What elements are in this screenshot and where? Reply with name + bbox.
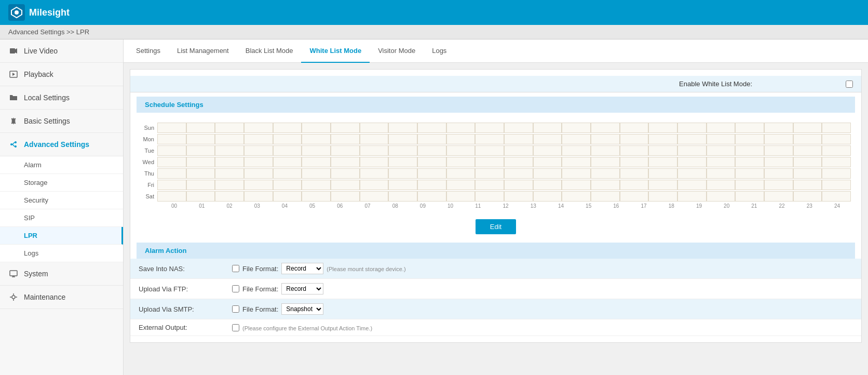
- grid-cell[interactable]: [620, 191, 649, 202]
- grid-cell[interactable]: [707, 191, 736, 202]
- grid-cell[interactable]: [822, 168, 851, 179]
- grid-cell[interactable]: [417, 157, 446, 167]
- upload-ftp-checkbox[interactable]: [232, 285, 239, 292]
- grid-cell[interactable]: [302, 191, 331, 202]
- grid-cell[interactable]: [417, 191, 446, 202]
- grid-cell[interactable]: [244, 134, 273, 144]
- grid-cell[interactable]: [648, 145, 677, 156]
- tab-visitor-mode[interactable]: Visitor Mode: [370, 39, 424, 63]
- grid-cell[interactable]: [562, 168, 591, 179]
- grid-cell[interactable]: [360, 134, 389, 144]
- grid-cells-fri[interactable]: [157, 180, 851, 190]
- tab-settings[interactable]: Settings: [128, 39, 169, 63]
- grid-cell[interactable]: [244, 157, 273, 167]
- grid-cell[interactable]: [822, 123, 851, 133]
- grid-cell[interactable]: [244, 123, 273, 133]
- grid-cell[interactable]: [591, 134, 620, 144]
- sidebar-item-advanced-settings[interactable]: Advanced Settings: [0, 133, 123, 156]
- sidebar-sub-alarm[interactable]: Alarm: [0, 156, 123, 174]
- grid-cell[interactable]: [591, 123, 620, 133]
- grid-cell[interactable]: [764, 134, 793, 144]
- grid-cell[interactable]: [562, 145, 591, 156]
- grid-cell[interactable]: [504, 123, 533, 133]
- grid-cell[interactable]: [273, 145, 302, 156]
- grid-cell[interactable]: [735, 168, 764, 179]
- grid-cell[interactable]: [475, 168, 504, 179]
- external-output-checkbox[interactable]: [232, 324, 239, 331]
- grid-cell[interactable]: [157, 134, 186, 144]
- grid-cell[interactable]: [446, 157, 476, 167]
- grid-cell[interactable]: [417, 168, 446, 179]
- grid-cell[interactable]: [157, 123, 186, 133]
- grid-cell[interactable]: [648, 168, 677, 179]
- grid-cell[interactable]: [620, 145, 649, 156]
- grid-cell[interactable]: [648, 191, 677, 202]
- grid-cell[interactable]: [360, 168, 389, 179]
- grid-cell[interactable]: [648, 180, 677, 190]
- grid-cell[interactable]: [186, 191, 215, 202]
- file-format-select-nas[interactable]: Record Snapshot: [281, 263, 323, 274]
- grid-cell[interactable]: [591, 180, 620, 190]
- grid-cell[interactable]: [360, 145, 389, 156]
- grid-cell[interactable]: [331, 123, 360, 133]
- sidebar-item-maintenance[interactable]: Maintenance: [0, 286, 123, 309]
- grid-cell[interactable]: [562, 157, 591, 167]
- grid-cell[interactable]: [417, 145, 446, 156]
- grid-cell[interactable]: [446, 191, 476, 202]
- grid-cell[interactable]: [331, 145, 360, 156]
- grid-cell[interactable]: [302, 180, 331, 190]
- upload-smtp-checkbox[interactable]: [232, 305, 239, 313]
- grid-cell[interactable]: [707, 168, 736, 179]
- grid-cell[interactable]: [677, 123, 707, 133]
- grid-cell[interactable]: [677, 157, 707, 167]
- grid-cell[interactable]: [822, 145, 851, 156]
- grid-cell[interactable]: [186, 123, 215, 133]
- grid-cell[interactable]: [360, 123, 389, 133]
- grid-cell[interactable]: [793, 180, 822, 190]
- grid-cell[interactable]: [822, 180, 851, 190]
- grid-cell[interactable]: [273, 180, 302, 190]
- grid-cell[interactable]: [562, 180, 591, 190]
- grid-cell[interactable]: [302, 168, 331, 179]
- grid-cell[interactable]: [186, 180, 215, 190]
- grid-cell[interactable]: [360, 191, 389, 202]
- grid-cell[interactable]: [157, 191, 186, 202]
- grid-cell[interactable]: [707, 157, 736, 167]
- sidebar-sub-sip[interactable]: SIP: [0, 209, 123, 227]
- enable-whitelist-checkbox[interactable]: [846, 81, 853, 88]
- grid-cell[interactable]: [388, 191, 417, 202]
- grid-cell[interactable]: [215, 145, 244, 156]
- grid-cell[interactable]: [562, 123, 591, 133]
- grid-cell[interactable]: [417, 180, 446, 190]
- grid-cell[interactable]: [822, 191, 851, 202]
- grid-cell[interactable]: [735, 123, 764, 133]
- grid-cell[interactable]: [475, 180, 504, 190]
- grid-cell[interactable]: [562, 134, 591, 144]
- grid-cell[interactable]: [822, 157, 851, 167]
- grid-cell[interactable]: [417, 123, 446, 133]
- grid-cell[interactable]: [157, 168, 186, 179]
- grid-cell[interactable]: [793, 145, 822, 156]
- grid-cell[interactable]: [186, 134, 215, 144]
- grid-cell[interactable]: [331, 134, 360, 144]
- grid-cell[interactable]: [446, 180, 476, 190]
- grid-cell[interactable]: [793, 191, 822, 202]
- grid-cell[interactable]: [331, 157, 360, 167]
- grid-cell[interactable]: [475, 123, 504, 133]
- grid-cell[interactable]: [446, 134, 476, 144]
- grid-cell[interactable]: [504, 168, 533, 179]
- grid-cell[interactable]: [648, 123, 677, 133]
- grid-cell[interactable]: [475, 191, 504, 202]
- grid-cell[interactable]: [273, 157, 302, 167]
- grid-cell[interactable]: [764, 191, 793, 202]
- grid-cell[interactable]: [360, 180, 389, 190]
- grid-cell[interactable]: [735, 134, 764, 144]
- grid-cell[interactable]: [707, 134, 736, 144]
- grid-cell[interactable]: [533, 134, 562, 144]
- grid-cell[interactable]: [215, 168, 244, 179]
- grid-cell[interactable]: [533, 145, 562, 156]
- grid-cell[interactable]: [157, 157, 186, 167]
- grid-cell[interactable]: [677, 145, 707, 156]
- grid-cell[interactable]: [186, 168, 215, 179]
- grid-cell[interactable]: [764, 168, 793, 179]
